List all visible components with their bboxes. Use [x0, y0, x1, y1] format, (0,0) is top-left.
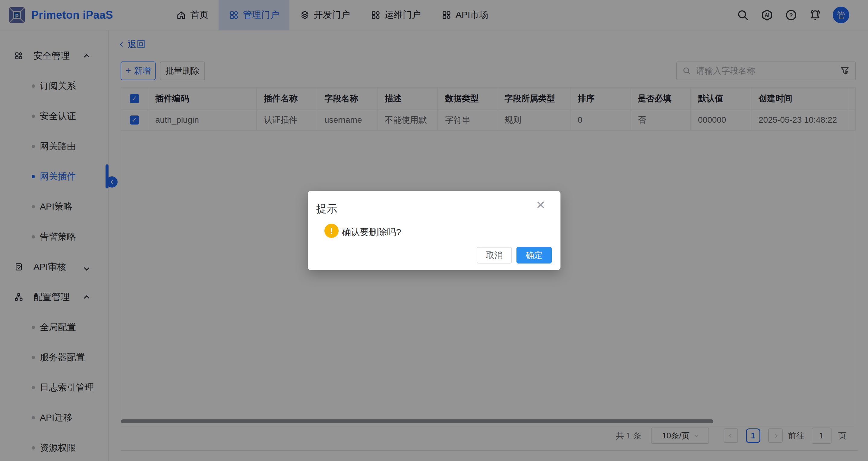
dialog-title: 提示: [316, 202, 337, 216]
close-icon[interactable]: ✕: [536, 199, 546, 211]
confirm-delete-dialog: 提示 ✕ ! 确认要删除吗? 取消 确定: [308, 191, 560, 270]
confirm-button[interactable]: 确定: [517, 247, 552, 264]
dialog-message: 确认要删除吗?: [342, 226, 401, 239]
warning-icon: !: [324, 224, 339, 238]
cancel-button[interactable]: 取消: [477, 247, 512, 264]
